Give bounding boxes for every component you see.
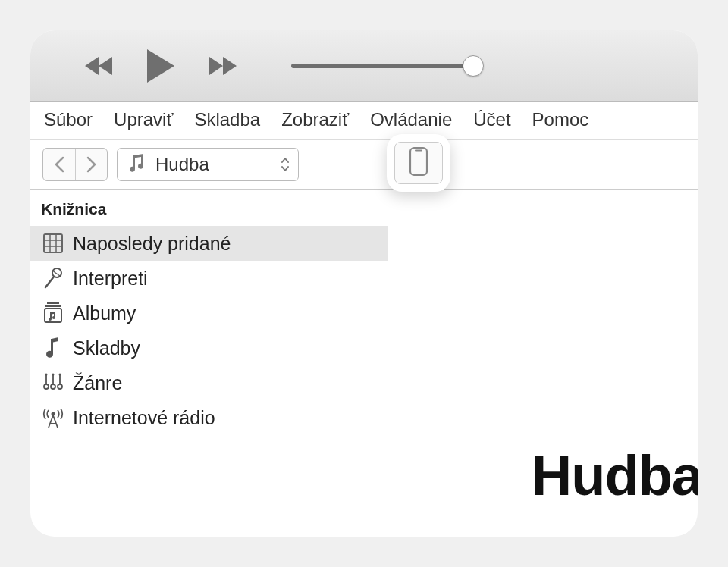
next-icon[interactable] [206,55,238,77]
guitar-icon [41,371,65,394]
sidebar-item-recently-added[interactable]: Naposledy pridané [30,226,388,261]
svg-rect-2 [44,234,62,252]
volume-thumb[interactable] [463,55,484,77]
svg-rect-0 [410,148,427,175]
radio-tower-icon [41,406,65,429]
microphone-icon [41,267,65,290]
chevron-updown-icon [280,156,290,173]
player-bar [30,30,698,102]
sidebar-item-label: Žánre [73,372,122,394]
play-icon[interactable] [144,48,177,84]
svg-point-14 [52,412,55,416]
svg-point-12 [52,374,55,376]
svg-point-11 [46,374,48,376]
app-window: Súbor Upraviť Skladba Zobraziť Ovládanie… [30,30,698,537]
category-selector[interactable]: Hudba [117,148,299,181]
sidebar-item-label: Albumy [73,302,136,324]
grid-icon [41,233,65,254]
device-popover [387,134,450,192]
volume-track[interactable] [291,64,473,68]
sidebar-item-albums[interactable]: Albumy [30,296,388,330]
sidebar: Knižnica Naposledy pridané Interpreti Al… [30,190,388,537]
sidebar-item-artists[interactable]: Interpreti [30,261,388,296]
playback-controls [83,48,238,84]
sidebar-item-label: Interpreti [73,268,148,290]
toolbar: Hudba [30,140,698,190]
album-icon [41,302,65,324]
volume-slider[interactable] [291,64,473,68]
sidebar-item-internet-radio[interactable]: Internetové rádio [30,400,388,435]
svg-point-13 [59,374,61,376]
svg-rect-10 [45,309,61,322]
menu-view[interactable]: Zobraziť [281,109,349,130]
menu-account[interactable]: Účet [473,109,510,130]
sidebar-item-genres[interactable]: Žánre [30,365,388,400]
nav-buttons [42,148,108,181]
back-button[interactable] [43,149,75,180]
music-note-icon [128,153,145,176]
menu-song[interactable]: Skladba [194,109,260,130]
menu-edit[interactable]: Upraviť [114,109,173,130]
previous-icon[interactable] [83,55,115,77]
menu-help[interactable]: Pomoc [532,109,589,130]
main-panel: Hudba [388,190,698,537]
menu-file[interactable]: Súbor [44,109,93,130]
sidebar-item-label: Internetové rádio [73,407,215,429]
category-label: Hudba [155,154,269,175]
phone-icon [409,146,428,180]
main-title: Hudba [532,443,698,508]
sidebar-item-label: Skladby [73,337,140,359]
note-icon [41,337,65,359]
forward-button[interactable] [75,149,107,180]
sidebar-header: Knižnica [30,197,388,226]
sidebar-item-songs[interactable]: Skladby [30,330,388,365]
content-area: Knižnica Naposledy pridané Interpreti Al… [30,190,698,537]
sidebar-item-label: Naposledy pridané [73,233,231,255]
menu-controls[interactable]: Ovládanie [370,109,452,130]
device-button[interactable] [394,142,443,184]
menu-bar: Súbor Upraviť Skladba Zobraziť Ovládanie… [30,102,698,140]
